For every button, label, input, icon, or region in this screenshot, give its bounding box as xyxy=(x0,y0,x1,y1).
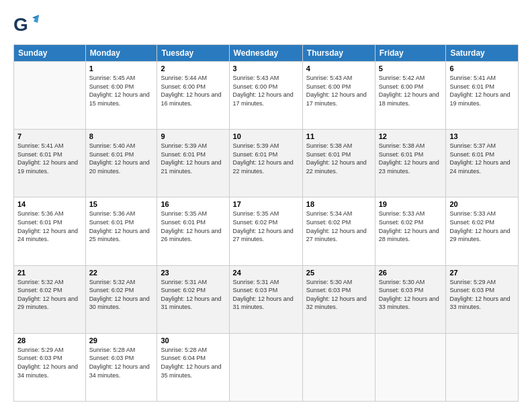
calendar-cell: 18Sunrise: 5:34 AMSunset: 6:02 PMDayligh… xyxy=(302,197,375,265)
day-number: 15 xyxy=(89,200,154,208)
day-info: Sunrise: 5:41 AMSunset: 6:01 PMDaylight:… xyxy=(449,74,515,107)
day-info: Sunrise: 5:29 AMSunset: 6:03 PMDaylight:… xyxy=(449,278,515,312)
day-number: 7 xyxy=(17,132,82,140)
calendar-week-1: 1Sunrise: 5:45 AMSunset: 6:00 PMDaylight… xyxy=(14,62,519,130)
calendar-cell: 26Sunrise: 5:30 AMSunset: 6:03 PMDayligh… xyxy=(375,265,446,333)
day-number: 19 xyxy=(379,200,443,208)
day-number: 1 xyxy=(89,64,154,73)
day-number: 8 xyxy=(89,132,154,140)
calendar-cell: 30Sunrise: 5:28 AMSunset: 6:04 PMDayligh… xyxy=(157,333,229,401)
day-number: 18 xyxy=(306,200,371,208)
day-number: 28 xyxy=(17,336,82,345)
day-number: 9 xyxy=(161,132,225,140)
calendar-cell: 20Sunrise: 5:33 AMSunset: 6:02 PMDayligh… xyxy=(446,197,519,265)
calendar-cell: 27Sunrise: 5:29 AMSunset: 6:03 PMDayligh… xyxy=(446,265,519,333)
calendar-cell: 5Sunrise: 5:42 AMSunset: 6:00 PMDaylight… xyxy=(375,62,446,130)
day-number: 24 xyxy=(233,269,299,277)
day-info: Sunrise: 5:34 AMSunset: 6:02 PMDaylight:… xyxy=(306,210,371,243)
day-number: 6 xyxy=(449,64,515,73)
day-number: 20 xyxy=(449,200,515,208)
day-number: 21 xyxy=(17,269,82,277)
day-info: Sunrise: 5:38 AMSunset: 6:01 PMDaylight:… xyxy=(306,142,371,175)
logo: G xyxy=(13,12,40,38)
header-day-tuesday: Tuesday xyxy=(157,45,229,62)
calendar-cell: 25Sunrise: 5:30 AMSunset: 6:03 PMDayligh… xyxy=(302,265,375,333)
svg-text:G: G xyxy=(13,14,28,35)
day-number: 29 xyxy=(89,336,154,345)
calendar-page: G SundayMondayTuesdayWednesdayThursdayFr… xyxy=(0,0,532,411)
calendar-cell: 19Sunrise: 5:33 AMSunset: 6:02 PMDayligh… xyxy=(375,197,446,265)
day-number: 11 xyxy=(306,132,371,140)
header: G xyxy=(13,12,519,38)
calendar-cell xyxy=(375,333,446,401)
calendar-cell: 11Sunrise: 5:38 AMSunset: 6:01 PMDayligh… xyxy=(302,130,375,197)
calendar-cell: 23Sunrise: 5:31 AMSunset: 6:02 PMDayligh… xyxy=(157,265,229,333)
calendar-cell: 16Sunrise: 5:35 AMSunset: 6:01 PMDayligh… xyxy=(157,197,229,265)
day-number: 30 xyxy=(161,336,225,345)
day-info: Sunrise: 5:28 AMSunset: 6:04 PMDaylight:… xyxy=(161,346,225,379)
calendar-cell: 22Sunrise: 5:32 AMSunset: 6:02 PMDayligh… xyxy=(85,265,157,333)
day-number: 12 xyxy=(379,132,443,140)
day-number: 3 xyxy=(233,64,299,73)
day-number: 2 xyxy=(161,64,225,73)
day-info: Sunrise: 5:45 AMSunset: 6:00 PMDaylight:… xyxy=(89,74,154,107)
calendar-cell: 12Sunrise: 5:38 AMSunset: 6:01 PMDayligh… xyxy=(375,130,446,197)
day-info: Sunrise: 5:36 AMSunset: 6:01 PMDaylight:… xyxy=(89,210,154,243)
calendar-cell: 17Sunrise: 5:35 AMSunset: 6:02 PMDayligh… xyxy=(229,197,302,265)
day-info: Sunrise: 5:42 AMSunset: 6:00 PMDaylight:… xyxy=(379,74,443,107)
calendar-cell: 15Sunrise: 5:36 AMSunset: 6:01 PMDayligh… xyxy=(85,197,157,265)
header-day-wednesday: Wednesday xyxy=(229,45,302,62)
day-info: Sunrise: 5:38 AMSunset: 6:01 PMDaylight:… xyxy=(379,142,443,175)
day-info: Sunrise: 5:40 AMSunset: 6:01 PMDaylight:… xyxy=(89,142,154,175)
day-number: 23 xyxy=(161,269,225,277)
day-number: 4 xyxy=(306,64,371,73)
calendar-cell: 7Sunrise: 5:41 AMSunset: 6:01 PMDaylight… xyxy=(14,130,86,197)
day-number: 10 xyxy=(233,132,299,140)
day-info: Sunrise: 5:30 AMSunset: 6:03 PMDaylight:… xyxy=(306,278,371,312)
header-day-monday: Monday xyxy=(85,45,157,62)
calendar-week-3: 14Sunrise: 5:36 AMSunset: 6:01 PMDayligh… xyxy=(14,197,519,265)
day-info: Sunrise: 5:43 AMSunset: 6:00 PMDaylight:… xyxy=(233,74,299,107)
day-info: Sunrise: 5:35 AMSunset: 6:01 PMDaylight:… xyxy=(161,210,225,243)
day-number: 27 xyxy=(449,269,515,277)
calendar-cell: 29Sunrise: 5:28 AMSunset: 6:03 PMDayligh… xyxy=(85,333,157,401)
calendar-cell xyxy=(446,333,519,401)
day-number: 5 xyxy=(379,64,443,73)
header-day-sunday: Sunday xyxy=(14,45,86,62)
day-info: Sunrise: 5:31 AMSunset: 6:02 PMDaylight:… xyxy=(161,278,225,312)
day-info: Sunrise: 5:31 AMSunset: 6:03 PMDaylight:… xyxy=(233,278,299,312)
calendar-cell: 28Sunrise: 5:29 AMSunset: 6:03 PMDayligh… xyxy=(14,333,86,401)
header-day-friday: Friday xyxy=(375,45,446,62)
day-info: Sunrise: 5:37 AMSunset: 6:01 PMDaylight:… xyxy=(449,142,515,175)
day-number: 16 xyxy=(161,200,225,208)
day-info: Sunrise: 5:44 AMSunset: 6:00 PMDaylight:… xyxy=(161,74,225,107)
calendar-cell: 9Sunrise: 5:39 AMSunset: 6:01 PMDaylight… xyxy=(157,130,229,197)
calendar-week-4: 21Sunrise: 5:32 AMSunset: 6:02 PMDayligh… xyxy=(14,265,519,333)
calendar-week-5: 28Sunrise: 5:29 AMSunset: 6:03 PMDayligh… xyxy=(14,333,519,401)
day-number: 17 xyxy=(233,200,299,208)
day-info: Sunrise: 5:43 AMSunset: 6:00 PMDaylight:… xyxy=(306,74,371,107)
calendar-header: SundayMondayTuesdayWednesdayThursdayFrid… xyxy=(14,45,519,62)
header-day-thursday: Thursday xyxy=(302,45,375,62)
day-info: Sunrise: 5:39 AMSunset: 6:01 PMDaylight:… xyxy=(233,142,299,175)
calendar-cell: 21Sunrise: 5:32 AMSunset: 6:02 PMDayligh… xyxy=(14,265,86,333)
calendar-cell xyxy=(302,333,375,401)
calendar-cell: 14Sunrise: 5:36 AMSunset: 6:01 PMDayligh… xyxy=(14,197,86,265)
calendar-cell: 8Sunrise: 5:40 AMSunset: 6:01 PMDaylight… xyxy=(85,130,157,197)
calendar-table: SundayMondayTuesdayWednesdayThursdayFrid… xyxy=(13,44,519,402)
day-info: Sunrise: 5:35 AMSunset: 6:02 PMDaylight:… xyxy=(233,210,299,243)
calendar-cell xyxy=(14,62,86,130)
day-info: Sunrise: 5:28 AMSunset: 6:03 PMDaylight:… xyxy=(89,346,154,379)
day-number: 14 xyxy=(17,200,82,208)
day-number: 26 xyxy=(379,269,443,277)
day-number: 22 xyxy=(89,269,154,277)
day-info: Sunrise: 5:32 AMSunset: 6:02 PMDaylight:… xyxy=(89,278,154,312)
calendar-cell: 2Sunrise: 5:44 AMSunset: 6:00 PMDaylight… xyxy=(157,62,229,130)
calendar-cell: 6Sunrise: 5:41 AMSunset: 6:01 PMDaylight… xyxy=(446,62,519,130)
calendar-cell: 24Sunrise: 5:31 AMSunset: 6:03 PMDayligh… xyxy=(229,265,302,333)
day-info: Sunrise: 5:39 AMSunset: 6:01 PMDaylight:… xyxy=(161,142,225,175)
calendar-cell: 1Sunrise: 5:45 AMSunset: 6:00 PMDaylight… xyxy=(85,62,157,130)
calendar-week-2: 7Sunrise: 5:41 AMSunset: 6:01 PMDaylight… xyxy=(14,130,519,197)
calendar-cell: 10Sunrise: 5:39 AMSunset: 6:01 PMDayligh… xyxy=(229,130,302,197)
day-number: 13 xyxy=(449,132,515,140)
